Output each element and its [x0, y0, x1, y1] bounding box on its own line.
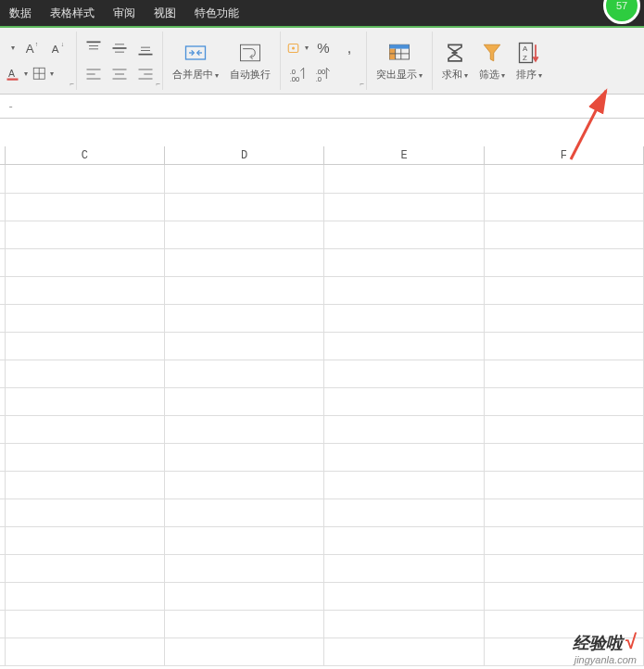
- filter-button[interactable]: 筛选: [475, 32, 509, 90]
- align-group-expand[interactable]: ⌐: [156, 80, 160, 88]
- cell[interactable]: [324, 332, 484, 360]
- cell[interactable]: [165, 360, 324, 388]
- cell[interactable]: [6, 221, 165, 249]
- cell[interactable]: [6, 276, 165, 305]
- font-group-expand[interactable]: ⌐: [69, 80, 74, 88]
- cell[interactable]: [485, 276, 644, 305]
- cell[interactable]: [165, 304, 324, 333]
- cell[interactable]: [165, 526, 324, 555]
- cell[interactable]: [165, 554, 324, 583]
- cell[interactable]: [485, 526, 644, 555]
- cell[interactable]: [6, 526, 165, 555]
- cell[interactable]: [6, 332, 165, 360]
- menu-view[interactable]: 视图: [154, 6, 176, 21]
- cell[interactable]: [485, 471, 644, 499]
- cell[interactable]: [485, 221, 644, 249]
- cell[interactable]: [485, 165, 644, 194]
- align-right-icon[interactable]: [134, 63, 157, 85]
- col-header-e[interactable]: E: [324, 146, 484, 164]
- cell[interactable]: [324, 526, 484, 555]
- cell[interactable]: [6, 360, 165, 388]
- sum-button[interactable]: 求和: [438, 32, 472, 90]
- highlight-button[interactable]: 突出显示: [373, 38, 426, 83]
- cell[interactable]: [485, 582, 644, 611]
- increase-font-icon[interactable]: A↑: [22, 37, 44, 59]
- cell[interactable]: [485, 499, 644, 527]
- cell[interactable]: [6, 443, 165, 472]
- cell[interactable]: [6, 415, 165, 444]
- cell[interactable]: [165, 276, 324, 305]
- cell[interactable]: [324, 221, 484, 249]
- font-color-button[interactable]: A: [6, 63, 28, 85]
- menu-review[interactable]: 审阅: [113, 6, 135, 21]
- cell[interactable]: [165, 637, 324, 666]
- col-header-d[interactable]: D: [165, 146, 324, 164]
- cell[interactable]: [165, 415, 324, 444]
- cell[interactable]: [6, 554, 165, 583]
- col-header-f[interactable]: F: [485, 146, 644, 164]
- formula-bar[interactable]: -: [0, 95, 644, 119]
- border-button[interactable]: [32, 63, 54, 85]
- merge-center-button[interactable]: 合并居中: [169, 32, 222, 90]
- percent-button[interactable]: %: [312, 37, 335, 59]
- menu-special[interactable]: 特色功能: [195, 6, 239, 21]
- align-top-icon[interactable]: [82, 37, 105, 59]
- align-bottom-icon[interactable]: [134, 37, 157, 59]
- cell[interactable]: [165, 443, 324, 472]
- cell[interactable]: [485, 193, 644, 221]
- wrap-text-button[interactable]: 自动换行: [226, 32, 274, 90]
- notification-badge[interactable]: 57: [603, 0, 640, 24]
- menu-data[interactable]: 数据: [9, 6, 32, 21]
- cell[interactable]: [324, 387, 484, 416]
- cell[interactable]: [324, 499, 484, 527]
- cell[interactable]: [165, 193, 324, 221]
- cell[interactable]: [324, 360, 484, 388]
- cell[interactable]: [165, 387, 324, 416]
- cell[interactable]: [324, 637, 484, 666]
- number-group-expand[interactable]: ⌐: [360, 80, 364, 88]
- cell[interactable]: [324, 610, 484, 638]
- cell[interactable]: [6, 471, 165, 499]
- col-header-c[interactable]: C: [6, 146, 165, 164]
- cell[interactable]: [165, 471, 324, 499]
- cell[interactable]: [6, 582, 165, 611]
- cell[interactable]: [165, 221, 324, 249]
- cell[interactable]: [485, 332, 644, 360]
- cell[interactable]: [6, 499, 165, 527]
- font-size-dropdown[interactable]: [6, 37, 19, 59]
- sort-button[interactable]: A Z 排序: [512, 32, 546, 90]
- cell[interactable]: [165, 499, 324, 527]
- align-middle-icon[interactable]: [108, 37, 131, 59]
- cell[interactable]: [324, 276, 484, 305]
- cell[interactable]: [6, 248, 165, 277]
- increase-decimal-icon[interactable]: .0.00: [286, 63, 309, 85]
- cell[interactable]: [165, 610, 324, 638]
- decrease-font-icon[interactable]: A↓: [48, 37, 70, 59]
- cell[interactable]: [324, 165, 484, 194]
- cell[interactable]: [165, 248, 324, 277]
- cell[interactable]: [324, 193, 484, 221]
- cell[interactable]: [324, 471, 484, 499]
- currency-button[interactable]: [286, 37, 309, 59]
- align-left-icon[interactable]: [82, 63, 105, 85]
- cell[interactable]: [165, 582, 324, 611]
- cell[interactable]: [165, 332, 324, 360]
- align-center-icon[interactable]: [108, 63, 131, 85]
- cell[interactable]: [485, 304, 644, 333]
- cell[interactable]: [485, 248, 644, 277]
- cell[interactable]: [485, 443, 644, 472]
- cell[interactable]: [6, 304, 165, 333]
- cell[interactable]: [324, 415, 484, 444]
- cell[interactable]: [485, 554, 644, 583]
- decrease-decimal-icon[interactable]: .00.0: [312, 63, 335, 85]
- cell[interactable]: [324, 248, 484, 277]
- cell[interactable]: [324, 554, 484, 583]
- cell[interactable]: [165, 165, 324, 194]
- cell[interactable]: [6, 193, 165, 221]
- cell[interactable]: [6, 165, 165, 194]
- comma-button[interactable]: ,: [338, 37, 360, 59]
- cell[interactable]: [485, 360, 644, 388]
- cell[interactable]: [6, 637, 165, 666]
- cell[interactable]: [485, 387, 644, 416]
- cell[interactable]: [6, 387, 165, 416]
